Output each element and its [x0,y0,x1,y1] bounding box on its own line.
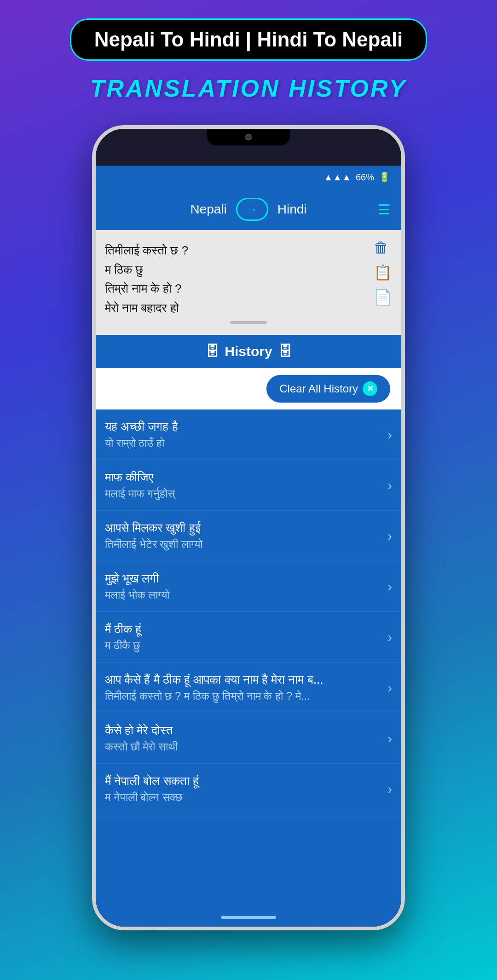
history-item-text-5: आप कैसे हैं मै ठीक हूं आपका क्या नाम है … [105,673,387,703]
history-item-text-1: माफ कीजिए मलाई माफ गर्नुहोस् [105,470,387,500]
chevron-right-icon-0: › [387,427,392,443]
signal-icon: ▲▲▲ [324,172,351,183]
history-item-0[interactable]: यह अच्छी जगह है यो राम्रो ठाउँ हो › [96,409,401,460]
share-icon[interactable]: 📄 [374,288,392,306]
translation-preview: तिमीलाई कस्तो छ ? म ठिक छु तिम्रो नाम के… [96,230,401,335]
volume-up-button[interactable] [92,244,95,276]
home-bar [221,916,276,919]
notch [207,129,290,145]
source-language: Nepali [190,202,226,217]
history-item-text-7: मैं नेपाली बोल सकता हूं म नेपाली बोल्न स… [105,774,387,804]
chevron-right-icon-6: › [387,731,392,746]
history-item-line2-3: मलाई भोक लाग्यो [105,588,387,601]
history-item-line2-7: म नेपाली बोल्न सक्छ [105,791,387,804]
history-list: यह अच्छी जगह है यो राम्रो ठाउँ हो › माफ … [96,409,401,908]
history-item-text-6: कैसे हो मेरे दोस्त कस्तो छौ मेरो साथी [105,723,387,753]
preview-line-1: तिमीलाई कस्तो छ ? [105,241,392,260]
history-item-line1-4: मैं ठीक हूं [105,622,387,636]
chevron-right-icon-5: › [387,680,392,696]
menu-icon[interactable]: ☰ [378,202,390,218]
history-item-text-0: यह अच्छी जगह है यो राम्रो ठाउँ हो [105,420,387,450]
history-item-2[interactable]: आपसे मिलकर खुशी हुई तिमीलाई भेटेर खुशी ल… [96,511,401,561]
history-item-line2-5: तिमीलाई कस्तो छ ? म ठिक छु तिम्रो नाम के… [105,690,387,703]
history-item-line2-1: मलाई माफ गर्नुहोस् [105,487,387,500]
arrow-icon: → [247,203,258,216]
power-button[interactable] [402,258,405,304]
history-item-text-2: आपसे मिलकर खुशी हुई तिमीलाई भेटेर खुशी ल… [105,521,387,551]
database-icon-left: 🗄 [205,344,219,359]
battery-level: 66% [356,172,374,183]
database-icon-right: 🗄 [278,344,292,359]
page-subtitle: TRANSLATION HISTORY [90,75,407,102]
chevron-right-icon-2: › [387,528,392,544]
history-item-5[interactable]: आप कैसे हैं मै ठीक हूं आपका क्या नाम है … [96,663,401,713]
history-item-text-3: मुझे भूख लगी मलाई भोक लाग्यो [105,571,387,601]
target-language: Hindi [277,202,307,217]
close-circle-icon: ✕ [363,381,377,396]
chevron-right-icon-4: › [387,629,392,645]
history-item-line2-0: यो राम्रो ठाउँ हो [105,437,387,450]
app-title: Nepali To Hindi | Hindi To Nepali [94,28,403,51]
clear-button-label: Clear All History [279,382,358,395]
history-item-7[interactable]: मैं नेपाली बोल सकता हूं म नेपाली बोल्न स… [96,764,401,814]
phone-frame: ▲▲▲ 66% 🔋 Nepali → Hindi ☰ तिमीलाई कस्तो… [92,125,405,930]
history-header: 🗄 History 🗄 [96,335,401,368]
history-item-line2-6: कस्तो छौ मेरो साथी [105,740,387,753]
clear-history-bar: Clear All History ✕ [96,368,401,409]
history-item-6[interactable]: कैसे हो मेरे दोस्त कस्तो छौ मेरो साथी › [96,713,401,764]
history-item-4[interactable]: मैं ठीक हूं म ठीकै छु › [96,612,401,663]
history-item-line2-4: म ठीकै छु [105,639,387,652]
history-item-1[interactable]: माफ कीजिए मलाई माफ गर्नुहोस् › [96,460,401,511]
volume-down-button[interactable] [92,285,95,317]
history-item-line1-7: मैं नेपाली बोल सकता हूं [105,774,387,788]
chevron-right-icon-3: › [387,579,392,594]
preview-text: तिमीलाई कस्तो छ ? म ठिक छु तिम्रो नाम के… [105,241,392,317]
home-indicator [96,908,401,927]
history-item-line1-1: माफ कीजिए [105,470,387,484]
language-toggle[interactable]: → [236,198,268,221]
preview-line-2: म ठिक छु [105,260,392,280]
status-bar: ▲▲▲ 66% 🔋 [96,166,401,189]
copy-icon[interactable]: 📋 [374,264,392,281]
history-item-line1-6: कैसे हो मेरे दोस्त [105,723,387,738]
history-title: History [225,344,272,359]
camera-dot [245,134,252,140]
notch-area [96,129,401,166]
delete-icon[interactable]: 🗑 [374,239,392,256]
history-item-line1-5: आप कैसे हैं मै ठीक हूं आपका क्या नाम है … [105,673,387,687]
app-header: Nepali → Hindi ☰ [96,189,401,230]
chevron-right-icon-7: › [387,781,392,797]
preview-separator [230,321,267,324]
preview-line-4: मेरो नाम बहादर हो [105,299,392,318]
preview-actions: 🗑 📋 📄 [374,239,392,306]
history-item-3[interactable]: मुझे भूख लगी मलाई भोक लाग्यो › [96,561,401,612]
preview-line-3: तिम्रो नाम के हो ? [105,279,392,299]
app-title-bar: Nepali To Hindi | Hindi To Nepali [70,18,428,61]
clear-all-history-button[interactable]: Clear All History ✕ [266,375,390,403]
history-item-line2-2: तिमीलाई भेटेर खुशी लाग्यो [105,538,387,551]
battery-icon: 🔋 [379,172,390,183]
history-item-text-4: मैं ठीक हूं म ठीकै छु [105,622,387,652]
history-item-line1-3: मुझे भूख लगी [105,571,387,586]
history-item-line1-2: आपसे मिलकर खुशी हुई [105,521,387,535]
chevron-right-icon-1: › [387,478,392,493]
history-item-line1-0: यह अच्छी जगह है [105,420,387,434]
